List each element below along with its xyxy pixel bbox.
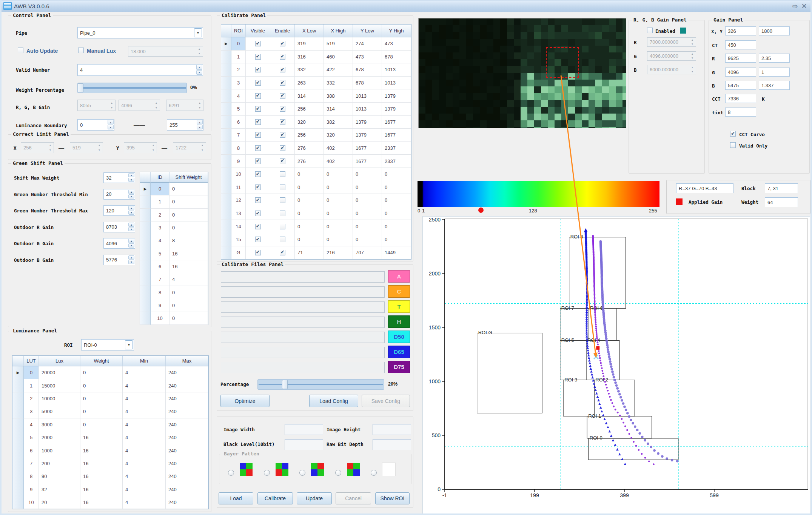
row-header[interactable]	[12, 483, 24, 496]
cell[interactable]: 6	[24, 444, 39, 457]
cell[interactable]: 90	[39, 470, 80, 483]
bayer-radio-2[interactable]	[299, 470, 305, 476]
cell[interactable]: 1013	[353, 103, 382, 116]
cell[interactable]: 678	[353, 63, 382, 77]
cell[interactable]: 0	[353, 207, 382, 220]
checkbox-unchecked[interactable]	[280, 171, 285, 177]
cancel-button[interactable]: Cancel	[336, 492, 371, 504]
cell[interactable]: 5	[231, 103, 246, 116]
table-row[interactable]: 32633326781013	[221, 77, 411, 90]
g-gain-input[interactable]: 4096 ▲▼	[119, 100, 160, 111]
table-row[interactable]: 140000	[221, 220, 411, 233]
cell[interactable]: 8	[151, 286, 169, 299]
cell[interactable]: 0	[324, 220, 353, 233]
row-header[interactable]	[12, 431, 24, 444]
cell[interactable]: 0	[80, 418, 123, 431]
calibrate-file-input-d65[interactable]	[221, 347, 385, 358]
green-shift-field-input[interactable]: 32▲▼	[103, 172, 135, 183]
cell[interactable]: 240	[166, 392, 208, 405]
cell[interactable]: 0	[353, 220, 382, 233]
cell[interactable]: 10	[24, 496, 39, 509]
cell[interactable]: 4	[123, 457, 166, 470]
b-gain-input[interactable]: 6291 ▲▼	[166, 100, 203, 111]
cell[interactable]: 1379	[382, 89, 411, 103]
bayer-radio-0[interactable]	[228, 470, 234, 476]
spin-up-icon[interactable]: ▲	[196, 47, 202, 51]
cell[interactable]: 8	[169, 234, 208, 247]
cell[interactable]: 0	[295, 207, 324, 220]
cell[interactable]: 320	[295, 116, 324, 129]
manual-lux-checkbox[interactable]	[78, 48, 84, 53]
checkbox-checked[interactable]	[280, 119, 285, 125]
row-header[interactable]	[221, 63, 231, 77]
cell[interactable]: 0	[80, 366, 123, 379]
load-config-button[interactable]: Load Config	[309, 395, 358, 407]
pipe-select[interactable]: Pipe_0 ▼	[77, 27, 203, 38]
cell[interactable]: 276	[295, 155, 324, 168]
manual-lux-input[interactable]: 18.000 ▲▼	[128, 46, 203, 57]
cell[interactable]: 11	[231, 181, 246, 194]
row-header[interactable]: ▶	[12, 366, 24, 379]
cell[interactable]: 16	[80, 470, 123, 483]
cell[interactable]: 0	[169, 195, 208, 208]
cell[interactable]: 6	[231, 116, 246, 129]
cell[interactable]: 4	[123, 444, 166, 457]
checkbox-checked[interactable]	[255, 132, 261, 138]
cell-checkbox[interactable]	[246, 103, 270, 116]
spinner-buttons[interactable]: ▲▼	[128, 239, 134, 248]
cell[interactable]: 0	[353, 194, 382, 207]
cell[interactable]: 7	[24, 457, 39, 470]
cell-checkbox[interactable]	[246, 116, 270, 129]
cell[interactable]: 0	[324, 168, 353, 181]
cell[interactable]: 240	[166, 483, 208, 496]
cell[interactable]: 0	[24, 366, 39, 379]
cell[interactable]: 473	[353, 51, 382, 64]
cell[interactable]: 7	[231, 129, 246, 142]
cell[interactable]: 1677	[353, 155, 382, 168]
row-header[interactable]	[140, 195, 151, 208]
table-row[interactable]: 130000	[221, 207, 411, 220]
row-header[interactable]	[12, 405, 24, 418]
load-button[interactable]: Load	[219, 492, 253, 504]
cell[interactable]: 1379	[353, 129, 382, 142]
weight-percentage-slider[interactable]	[77, 83, 187, 93]
x-low-input[interactable]: 256 ▲▼	[21, 142, 54, 153]
cell-checkbox[interactable]	[270, 63, 295, 77]
table-row[interactable]: 74	[140, 273, 208, 286]
gain-g-input[interactable]: 4096	[725, 68, 756, 77]
cell-checkbox[interactable]	[270, 103, 295, 116]
cell[interactable]: 3	[231, 77, 246, 90]
cell-checkbox[interactable]	[246, 51, 270, 64]
illuminant-button-t[interactable]: T	[388, 300, 410, 313]
checkbox-checked[interactable]	[255, 106, 261, 112]
checkbox-checked[interactable]	[255, 197, 261, 203]
cell[interactable]: 4	[123, 431, 166, 444]
cell[interactable]: 519	[324, 37, 353, 51]
row-header[interactable]	[140, 286, 151, 299]
cell[interactable]: 16	[169, 260, 208, 273]
cell[interactable]: 216	[324, 246, 353, 260]
cell[interactable]: 276	[295, 142, 324, 155]
illuminant-button-d50[interactable]: D50	[388, 331, 410, 343]
checkbox-checked[interactable]	[255, 211, 261, 216]
row-header[interactable]	[12, 444, 24, 457]
checkbox-checked[interactable]	[255, 224, 261, 229]
cell[interactable]: 16	[80, 457, 123, 470]
gain-g-ratio-input[interactable]: 1	[759, 68, 790, 77]
checkbox-checked[interactable]	[280, 93, 285, 99]
cell[interactable]: 1013	[353, 89, 382, 103]
row-header[interactable]	[12, 470, 24, 483]
calibrate-button[interactable]: Calibrate	[257, 492, 293, 504]
cell[interactable]: 0	[295, 168, 324, 181]
cell-checkbox[interactable]	[246, 142, 270, 155]
spin-up-icon[interactable]: ▲	[196, 65, 202, 70]
table-row[interactable]: 21000004240	[12, 392, 208, 405]
row-header[interactable]	[140, 260, 151, 273]
table-row[interactable]: G712167071449	[221, 246, 411, 260]
cell[interactable]: 319	[295, 37, 324, 51]
cell[interactable]: 9	[151, 299, 169, 312]
cell-checkbox[interactable]	[246, 207, 270, 220]
table-row[interactable]: 525631410131379	[221, 103, 411, 116]
table-row[interactable]: 431438810131379	[221, 89, 411, 103]
cell[interactable]: 314	[324, 103, 353, 116]
